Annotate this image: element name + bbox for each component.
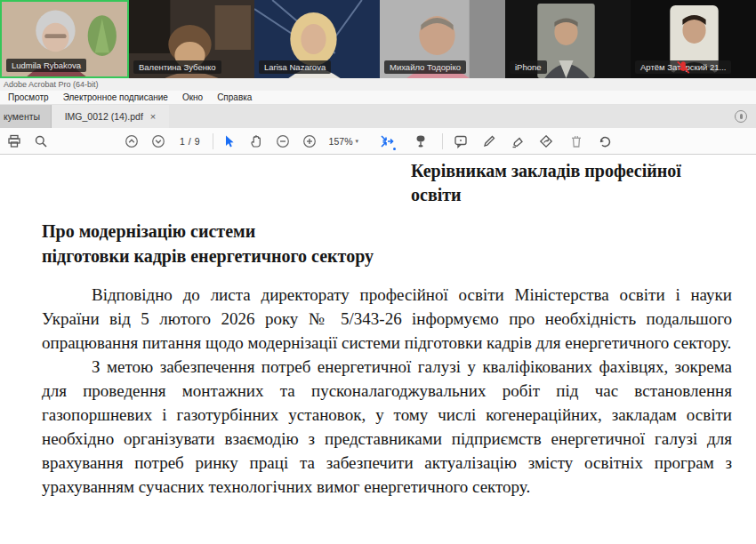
document-paragraph-2: З метою забезпечення потреб енергетичної… bbox=[42, 356, 732, 500]
participant-name-chip: Валентина Зубенко bbox=[133, 60, 221, 75]
participant-name-chip: Larisa Nazarova bbox=[259, 60, 331, 75]
participant-name-chip: Ludmila Rybakova bbox=[6, 59, 86, 73]
next-page-icon[interactable] bbox=[149, 132, 167, 150]
pencil-icon[interactable] bbox=[480, 132, 498, 150]
marquee-zoom-dropdown-dot[interactable] bbox=[393, 148, 396, 150]
menu-help[interactable]: Справка bbox=[217, 92, 252, 102]
participant-name: Валентина Зубенко bbox=[139, 63, 216, 72]
video-strip: Ludmila Rybakova Валентина Зубенко bbox=[0, 0, 756, 78]
participant-name-chip: iPhone bbox=[510, 60, 547, 75]
participant-tile[interactable]: Larisa Nazarova bbox=[254, 0, 380, 78]
pdf-toolbar: 1 / 9 157% ▾ bbox=[0, 128, 756, 155]
document-title-line2: підготовки кадрів енергетичного сектору bbox=[42, 244, 374, 268]
participant-name: Михайло Тодоріко bbox=[390, 63, 461, 72]
tab-documents[interactable]: кументы bbox=[0, 105, 52, 128]
document-body: Відповідно до листа директорату професій… bbox=[42, 284, 732, 500]
pdf-page[interactable]: Керівникам закладів професійної освіти П… bbox=[0, 155, 756, 544]
participant-name-chip: Артём Заторский 21... bbox=[635, 60, 731, 75]
undo-icon[interactable] bbox=[596, 132, 614, 150]
participant-tile[interactable]: iPhone bbox=[505, 0, 631, 78]
participant-tile[interactable]: Артём Заторский 21... bbox=[631, 0, 756, 78]
zoom-level-value: 157% bbox=[329, 136, 353, 147]
participant-name-chip: Михайло Тодоріко bbox=[384, 60, 466, 75]
zoom-level-dropdown[interactable]: 157% ▾ bbox=[329, 136, 358, 147]
acrobat-titlebar: Adobe Acrobat Pro (64-bit) bbox=[0, 78, 756, 91]
menu-view[interactable]: Просмотр bbox=[8, 92, 49, 102]
document-title-line1: Про модернізацію системи bbox=[42, 219, 374, 244]
account-icon[interactable] bbox=[735, 110, 747, 123]
share-icon[interactable] bbox=[537, 132, 555, 150]
print-icon[interactable] bbox=[5, 132, 23, 150]
menu-bar: Просмотр Электронное подписание Окно Спр… bbox=[0, 91, 756, 105]
comment-icon[interactable] bbox=[452, 132, 470, 150]
screen: Ludmila Rybakova Валентина Зубенко bbox=[0, 0, 756, 544]
mic-muted-icon bbox=[635, 60, 731, 75]
tab-pdf-file[interactable]: IMG_0012 (14).pdf × bbox=[52, 105, 169, 128]
menu-esign[interactable]: Электронное подписание bbox=[63, 92, 168, 102]
document-addressee: Керівникам закладів професійної освіти bbox=[411, 159, 733, 207]
search-icon[interactable] bbox=[32, 132, 50, 150]
participant-name: Ludmila Rybakova bbox=[12, 61, 81, 70]
participant-tile[interactable]: Ludmila Rybakova bbox=[0, 0, 129, 78]
zoom-in-icon[interactable] bbox=[301, 132, 318, 150]
tab-close-icon[interactable]: × bbox=[150, 111, 156, 122]
participant-name: Larisa Nazarova bbox=[264, 63, 326, 72]
tab-pdf-label: IMG_0012 (14).pdf bbox=[65, 111, 143, 122]
tab-bar-filler bbox=[169, 105, 756, 128]
page-separator: / bbox=[189, 136, 191, 147]
window-title: Adobe Acrobat Pro (64-bit) bbox=[4, 80, 99, 89]
trash-icon[interactable] bbox=[567, 132, 585, 150]
previous-page-icon[interactable] bbox=[123, 132, 141, 150]
chevron-down-icon: ▾ bbox=[355, 138, 358, 145]
participant-tile[interactable]: Михайло Тодоріко bbox=[380, 0, 505, 78]
participant-tile[interactable]: Валентина Зубенко bbox=[129, 0, 254, 78]
menu-window[interactable]: Окно bbox=[182, 92, 203, 102]
page-current: 1 bbox=[180, 136, 185, 147]
participant-name: iPhone bbox=[515, 63, 542, 72]
page-indicator[interactable]: 1 / 9 bbox=[180, 136, 200, 147]
highlighter-icon[interactable] bbox=[509, 132, 527, 150]
presenter-pointer-icon[interactable] bbox=[412, 132, 430, 150]
select-tool-icon[interactable] bbox=[221, 132, 238, 150]
document-paragraph-1: Відповідно до листа директорату професій… bbox=[42, 284, 732, 356]
page-total: 9 bbox=[195, 136, 200, 147]
tab-documents-label: кументы bbox=[4, 111, 40, 122]
zoom-out-icon[interactable] bbox=[274, 132, 292, 150]
hand-tool-icon[interactable] bbox=[247, 132, 265, 150]
document-title: Про модернізацію системи підготовки кадр… bbox=[42, 219, 374, 268]
tab-bar: кументы IMG_0012 (14).pdf × bbox=[0, 105, 756, 128]
